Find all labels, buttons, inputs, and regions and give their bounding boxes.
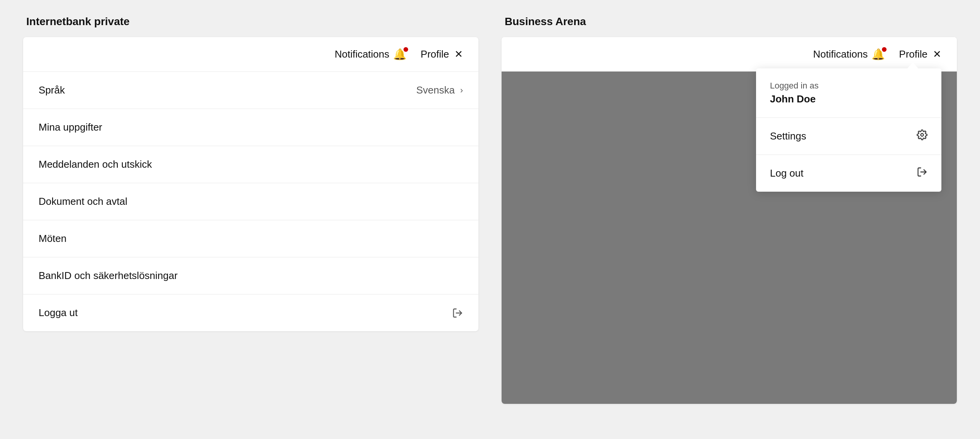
notifications-label: Notifications — [335, 48, 390, 60]
logout-icon — [452, 308, 463, 318]
profile-label: Profile — [420, 48, 449, 60]
menu-item-label: Mina uppgifter — [39, 121, 102, 133]
menu-item-label: Logga ut — [39, 307, 78, 319]
menu-item-meddelanden[interactable]: Meddelanden och utskick — [23, 146, 478, 183]
right-header: Notifications 🔔 Profile ✕ Logged in as J… — [502, 37, 957, 71]
right-notification-dot — [882, 47, 887, 52]
right-panel-title: Business Arena — [502, 15, 957, 28]
menu-item-mina-uppgifter[interactable]: Mina uppgifter — [23, 109, 478, 146]
settings-item[interactable]: Settings — [756, 118, 941, 155]
menu-item-label: Meddelanden och utskick — [39, 158, 152, 170]
right-panel: Business Arena Notifications 🔔 Profile ✕… — [502, 15, 957, 424]
menu-item-dokument[interactable]: Dokument och avtal — [23, 183, 478, 220]
left-panel-title: Internetbank private — [23, 15, 478, 28]
chevron-right-icon: › — [460, 85, 463, 95]
settings-label: Settings — [770, 130, 806, 142]
menu-item-logga-ut[interactable]: Logga ut — [23, 294, 478, 331]
logout-label: Log out — [770, 167, 804, 179]
notifications-button[interactable]: Notifications 🔔 — [335, 48, 407, 61]
left-card: Notifications 🔔 Profile ✕ Språk Svenska … — [23, 37, 478, 331]
logout-icon — [917, 167, 927, 180]
language-value: Svenska — [416, 84, 455, 96]
left-panel: Internetbank private Notifications 🔔 Pro… — [23, 15, 478, 424]
right-profile-label: Profile — [899, 48, 927, 60]
svg-point-1 — [921, 134, 924, 136]
logout-icon-area — [452, 308, 463, 318]
right-close-icon: ✕ — [933, 48, 941, 60]
menu-item-label: Möten — [39, 233, 66, 245]
left-header: Notifications 🔔 Profile ✕ — [23, 37, 478, 72]
right-profile-button[interactable]: Profile ✕ — [899, 48, 941, 60]
dropdown-arrow — [907, 62, 918, 68]
right-bell-icon: 🔔 — [871, 48, 885, 61]
notification-dot — [404, 47, 408, 52]
right-notifications-label: Notifications — [813, 48, 868, 60]
menu-item-moten[interactable]: Möten — [23, 220, 478, 257]
profile-button[interactable]: Profile ✕ — [420, 48, 463, 60]
user-name: John Doe — [770, 93, 927, 105]
profile-dropdown: Logged in as John Doe Settings Log out — [756, 68, 941, 192]
logout-item[interactable]: Log out — [756, 155, 941, 192]
dropdown-user-section: Logged in as John Doe — [756, 68, 941, 118]
menu-item-right: Svenska › — [416, 84, 463, 96]
bell-icon: 🔔 — [393, 48, 407, 61]
right-card: Notifications 🔔 Profile ✕ Logged in as J… — [502, 37, 957, 404]
menu-item-label: Språk — [39, 84, 65, 96]
right-notifications-button[interactable]: Notifications 🔔 — [813, 48, 885, 61]
settings-icon — [917, 129, 927, 143]
menu-item-label: BankID och säkerhetslösningar — [39, 270, 178, 282]
menu-item-label: Dokument och avtal — [39, 196, 127, 208]
left-menu: Språk Svenska › Mina uppgifter Meddeland… — [23, 72, 478, 331]
logged-in-hint: Logged in as — [770, 81, 927, 91]
close-icon: ✕ — [454, 48, 463, 60]
menu-item-bankid[interactable]: BankID och säkerhetslösningar — [23, 257, 478, 294]
menu-item-sprak[interactable]: Språk Svenska › — [23, 72, 478, 109]
